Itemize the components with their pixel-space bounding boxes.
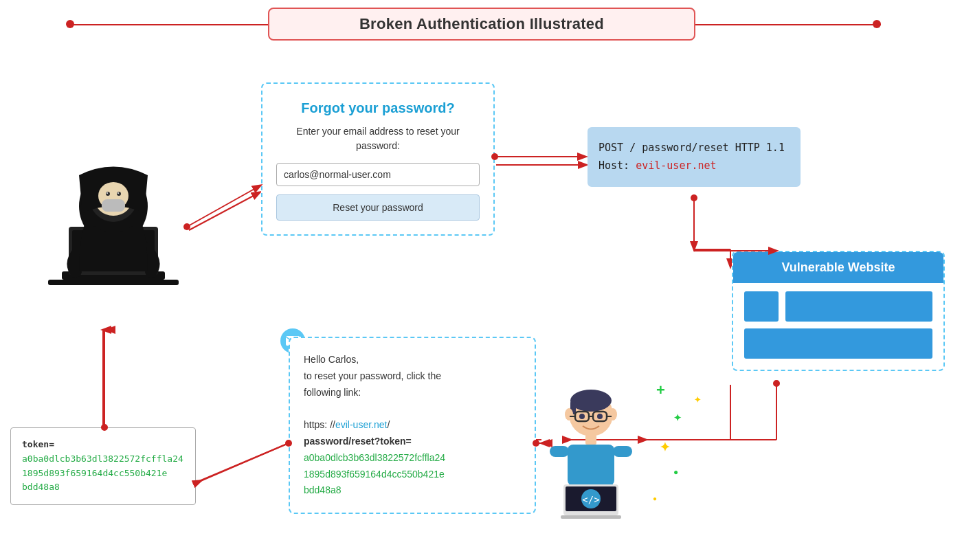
svg-rect-42 <box>613 446 632 457</box>
vuln-website-content <box>733 291 943 359</box>
svg-point-23 <box>107 192 108 194</box>
vuln-bar-wide-1 <box>785 291 932 322</box>
title-dot-right <box>873 20 881 28</box>
svg-line-60 <box>201 443 289 481</box>
deco-dot-2: ● <box>653 495 657 502</box>
svg-line-48 <box>187 186 260 227</box>
http-line1: POST / password/reset HTTP 1.1 <box>599 142 785 154</box>
svg-point-21 <box>106 192 110 196</box>
vuln-bar-wide-2 <box>744 328 932 359</box>
svg-point-30 <box>565 408 573 421</box>
http-host-value: evil-user.net <box>636 159 716 172</box>
email-box: Hello Carlos, to reset your password, cl… <box>289 337 536 514</box>
svg-rect-47 <box>561 515 621 519</box>
svg-point-28 <box>570 390 612 412</box>
svg-point-37 <box>579 414 585 419</box>
vuln-header: Vulnerable Website <box>733 252 943 283</box>
deco-dot-1: ● <box>673 467 678 477</box>
svg-point-22 <box>117 192 121 196</box>
svg-line-8 <box>199 443 289 481</box>
reset-password-button[interactable]: Reset your password <box>276 194 480 221</box>
email-greeting: Hello Carlos, <box>304 354 359 365</box>
title-bar: Broken Authentication Illustrated <box>268 8 695 41</box>
svg-point-31 <box>609 408 617 421</box>
email-token-label: password/reset?token= <box>304 436 412 447</box>
http-request-box: POST / password/reset HTTP 1.1 Host: evi… <box>588 127 801 187</box>
svg-point-57 <box>773 380 780 387</box>
token-key: token= <box>22 439 54 449</box>
vulnerable-website-box: Vulnerable Website <box>732 251 945 371</box>
title-line-right <box>695 24 881 25</box>
http-host-prefix: Host: <box>599 159 636 172</box>
hacker-figure <box>41 158 186 316</box>
svg-point-38 <box>597 414 603 419</box>
svg-text:</>: </> <box>582 494 599 505</box>
vuln-bar-small <box>744 291 779 322</box>
svg-point-24 <box>118 192 119 194</box>
email-line2: to reset your password, click the <box>304 370 441 381</box>
deco-plus-1: + <box>656 381 665 399</box>
email-https-prefix: https: // <box>304 419 335 430</box>
vuln-row-2 <box>744 328 932 359</box>
svg-rect-41 <box>550 446 569 457</box>
forgot-title: Forgot your password? <box>276 100 480 116</box>
email-input[interactable] <box>276 163 480 186</box>
page-title: Broken Authentication Illustrated <box>359 15 604 33</box>
deco-star-1: ✦ <box>673 412 682 423</box>
deco-star-3: ✦ <box>694 395 701 405</box>
svg-rect-12 <box>48 280 179 285</box>
token-box: token= a0ba0dlcb3b63dl3822572fcffla24189… <box>10 427 196 505</box>
token-value: a0ba0dlcb3b63dl3822572fcffla241895d893f6… <box>22 453 183 493</box>
email-slash: / <box>387 419 390 430</box>
forgot-password-box: Forgot your password? Enter your email a… <box>261 82 495 236</box>
title-dot-left <box>66 20 74 28</box>
email-link: evil-user.net <box>335 419 387 430</box>
email-token-value: a0ba0dlcb3b63dl3822572fcffla241895d893f6… <box>304 452 445 496</box>
svg-rect-39 <box>585 435 596 445</box>
title-line-left <box>69 24 268 25</box>
svg-line-0 <box>189 192 260 230</box>
svg-rect-40 <box>568 445 614 486</box>
svg-rect-25 <box>102 199 125 212</box>
vuln-row-1 <box>744 291 932 322</box>
email-line3: following link: <box>304 387 361 398</box>
forgot-description: Enter your email address to reset your p… <box>276 124 480 153</box>
user-figure: </> <box>536 388 646 519</box>
deco-star-2: ✦ <box>660 440 670 455</box>
svg-point-54 <box>691 194 697 201</box>
email-body: Hello Carlos, to reset your password, cl… <box>304 352 521 499</box>
